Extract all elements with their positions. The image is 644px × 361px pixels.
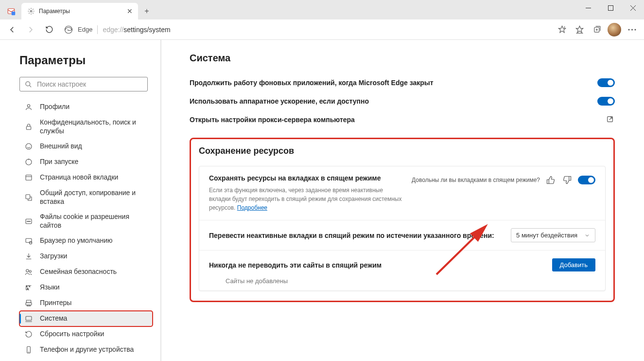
setting-row-proxy[interactable]: Открыть настройки прокси-сервера компьют… (190, 110, 615, 129)
thumbs-down-button[interactable] (561, 174, 573, 186)
timeout-label: Перевести неактивные вкладки в спящий ре… (209, 232, 494, 239)
svg-rect-33 (26, 238, 32, 242)
back-button[interactable] (4, 21, 20, 38)
sidebar-item-10[interactable]: AЯзыки (19, 280, 153, 295)
maximize-button[interactable] (599, 0, 622, 16)
search-icon (25, 81, 32, 88)
timeout-dropdown[interactable]: 5 минут бездействия (511, 228, 595, 242)
more-menu-icon[interactable] (624, 21, 640, 38)
svg-point-16 (628, 29, 629, 30)
never-sleep-label: Никогда не переводить эти сайты в спящий… (209, 261, 382, 269)
sidebar-item-label: Общий доступ, копирование и вставка (40, 189, 148, 206)
svg-line-20 (29, 85, 31, 87)
collections-icon[interactable] (589, 21, 605, 38)
favorites-icon[interactable] (571, 21, 588, 38)
svg-rect-29 (26, 219, 32, 223)
external-link-icon (606, 115, 615, 124)
close-window-button[interactable] (622, 0, 644, 16)
sidebar-item-4[interactable]: Страница новой вкладки (19, 170, 153, 185)
sidebar-item-label: Внешний вид (40, 142, 148, 151)
sidebar-item-label: Принтеры (40, 299, 148, 307)
svg-rect-39 (26, 303, 32, 305)
dropdown-value: 5 минут бездействия (516, 232, 577, 239)
sidebar-item-2[interactable]: Внешний вид (19, 139, 153, 154)
svg-rect-4 (608, 5, 613, 10)
sidebar-item-6[interactable]: Файлы cookie и разрешения сайтов (19, 209, 153, 233)
settings-search[interactable] (19, 77, 148, 91)
thumbs-up-button[interactable] (545, 174, 557, 186)
svg-rect-28 (26, 195, 30, 199)
sidebar-item-label: Сбросить настройки (40, 330, 148, 339)
sidebar-item-0[interactable]: Профили (19, 99, 153, 115)
svg-point-30 (27, 221, 28, 221)
sidebar-item-icon (24, 193, 33, 202)
sidebar-item-label: Семейная безопасность (40, 268, 148, 276)
sidebar-item-label: Страница новой вкладки (40, 173, 148, 182)
refresh-button[interactable] (41, 21, 57, 38)
sidebar-item-label: Загрузки (40, 252, 148, 261)
toggle-background-apps[interactable] (597, 78, 615, 87)
sidebar-item-13[interactable]: Сбросить настройки (19, 326, 153, 342)
toggle-hardware-accel[interactable] (597, 97, 615, 106)
setting-label: Открыть настройки прокси-сервера компьют… (190, 116, 355, 124)
svg-rect-40 (27, 305, 31, 306)
window-titlebar: Параметры ✕ + (0, 0, 644, 19)
svg-rect-26 (26, 175, 32, 180)
svg-marker-11 (576, 26, 583, 32)
sidebar-item-label: Браузер по умолчанию (40, 236, 148, 245)
sidebar-item-icon (24, 158, 33, 166)
sidebar-item-8[interactable]: Загрузки (19, 249, 153, 264)
sidebar-item-icon (24, 299, 33, 307)
tracking-prevention-icon[interactable] (554, 21, 570, 38)
svg-point-7 (65, 26, 72, 33)
setting-label: Продолжить работу фоновых приложений, ко… (190, 79, 434, 87)
address-bar[interactable]: Edge edge://settings/system (59, 25, 552, 34)
sidebar-item-icon (24, 252, 33, 261)
svg-rect-38 (26, 300, 31, 303)
browser-tab[interactable]: Параметры ✕ (21, 3, 138, 19)
sidebar-item-icon (24, 103, 33, 111)
app-favicon (5, 3, 17, 19)
svg-text:A: A (27, 288, 29, 290)
sidebar-title: Параметры (19, 54, 153, 67)
sidebar-item-7[interactable]: Браузер по умолчанию (19, 233, 153, 249)
sidebar-item-11[interactable]: Принтеры (19, 295, 153, 311)
sidebar-item-icon (24, 123, 33, 131)
sidebar-item-3[interactable]: При запуске (19, 154, 153, 170)
minimize-button[interactable] (577, 0, 599, 16)
section-heading-resources: Сохранение ресурсов (199, 146, 606, 156)
svg-point-2 (30, 10, 32, 12)
highlighted-section: Сохранение ресурсов Сохранять ресурсы на… (190, 138, 615, 302)
sidebar-item-1[interactable]: Конфиденциальность, поиск и службы (19, 115, 153, 139)
sidebar-item-label: Система (40, 314, 148, 323)
svg-point-35 (26, 270, 29, 272)
learn-more-link[interactable]: Подробнее (237, 204, 267, 211)
setting-row-background-apps: Продолжить работу фоновых приложений, ко… (190, 73, 615, 92)
svg-rect-1 (12, 12, 16, 16)
sidebar-item-label: Конфиденциальность, поиск и службы (40, 118, 148, 135)
section-heading-system: Система (190, 53, 615, 64)
sidebar-item-label: Телефон и другие устройства (40, 345, 148, 354)
close-tab-icon[interactable]: ✕ (125, 7, 134, 16)
svg-point-34 (29, 241, 32, 244)
sidebar-item-9[interactable]: Семейная безопасность (19, 264, 153, 280)
sidebar-item-12[interactable]: Система (19, 311, 153, 326)
sidebar-item-14[interactable]: Телефон и другие устройства (19, 342, 153, 358)
toggle-sleep-tabs[interactable] (578, 176, 595, 184)
chevron-down-icon (584, 233, 590, 238)
svg-point-17 (631, 29, 633, 30)
profile-avatar[interactable] (606, 21, 623, 38)
forward-button[interactable] (22, 21, 39, 38)
url-text: edge://settings/system (103, 26, 170, 34)
settings-content: Система Продолжить работу фоновых прилож… (161, 40, 644, 361)
svg-point-18 (634, 29, 636, 30)
add-site-button[interactable]: Добавить (552, 258, 595, 271)
sidebar-item-5[interactable]: Общий доступ, копирование и вставка (19, 185, 153, 209)
sidebar-item-icon (24, 330, 33, 339)
window-controls (577, 0, 644, 19)
browser-toolbar: Edge edge://settings/system (0, 19, 644, 40)
svg-point-36 (29, 271, 31, 272)
search-input[interactable] (37, 80, 142, 88)
sidebar-item-label: При запуске (40, 158, 148, 166)
new-tab-button[interactable]: + (140, 4, 154, 18)
